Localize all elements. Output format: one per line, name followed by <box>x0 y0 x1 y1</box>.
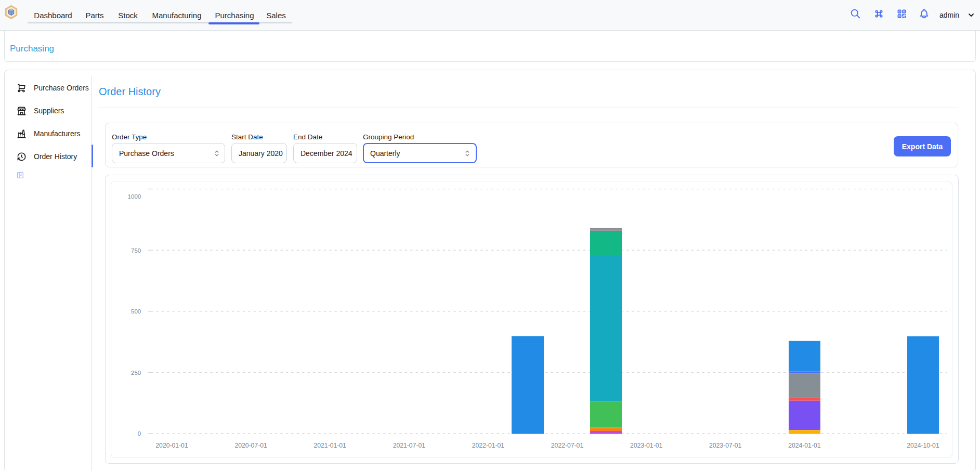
svg-text:2024-10-01: 2024-10-01 <box>907 442 939 449</box>
svg-text:0: 0 <box>138 430 141 437</box>
svg-text:250: 250 <box>131 370 141 376</box>
svg-text:2022-07-01: 2022-07-01 <box>551 442 584 449</box>
svg-text:2023-07-01: 2023-07-01 <box>709 442 742 449</box>
svg-text:2021-01-01: 2021-01-01 <box>314 442 347 449</box>
svg-text:1000: 1000 <box>128 193 141 200</box>
svg-text:2020-07-01: 2020-07-01 <box>234 442 267 449</box>
svg-text:2020-01-01: 2020-01-01 <box>155 442 188 449</box>
svg-text:2023-01-01: 2023-01-01 <box>630 442 663 449</box>
svg-text:750: 750 <box>131 247 141 254</box>
svg-text:500: 500 <box>131 308 141 315</box>
svg-text:2021-07-01: 2021-07-01 <box>393 442 426 449</box>
svg-text:2024-01-01: 2024-01-01 <box>788 442 821 449</box>
svg-text:2022-01-01: 2022-01-01 <box>472 442 505 449</box>
